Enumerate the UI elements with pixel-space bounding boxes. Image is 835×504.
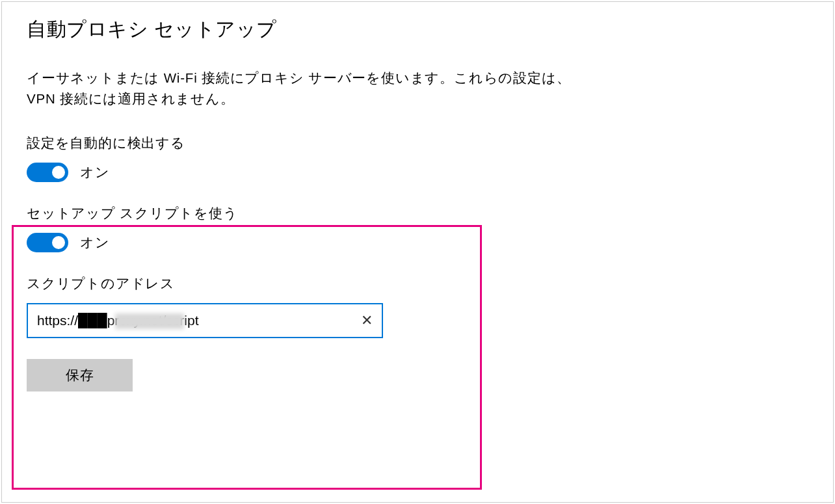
script-address-input[interactable] <box>28 304 352 337</box>
auto-detect-label: 設定を自動的に検出する <box>27 134 808 152</box>
save-button[interactable]: 保存 <box>27 359 133 391</box>
use-script-label: セットアップ スクリプトを使う <box>27 204 808 222</box>
toggle-knob-icon <box>52 236 65 249</box>
use-script-toggle[interactable] <box>27 233 68 252</box>
page-title: 自動プロキシ セットアップ <box>27 16 808 43</box>
use-script-state: オン <box>80 233 110 252</box>
page-description: イーサネットまたは Wi-Fi 接続にプロキシ サーバーを使います。これらの設定… <box>27 68 579 109</box>
close-icon: ✕ <box>361 312 373 329</box>
auto-detect-section: 設定を自動的に検出する オン <box>27 134 808 182</box>
auto-detect-state: オン <box>80 163 110 181</box>
script-address-label: スクリプトのアドレス <box>27 274 808 293</box>
auto-detect-toggle[interactable] <box>27 163 68 182</box>
toggle-knob-icon <box>52 166 65 179</box>
use-script-section: セットアップ スクリプトを使う オン スクリプトのアドレス ✕ 保存 <box>27 204 808 391</box>
script-address-input-wrapper: ✕ <box>27 303 383 338</box>
clear-input-button[interactable]: ✕ <box>352 304 382 337</box>
settings-panel: 自動プロキシ セットアップ イーサネットまたは Wi-Fi 接続にプロキシ サー… <box>1 1 834 503</box>
